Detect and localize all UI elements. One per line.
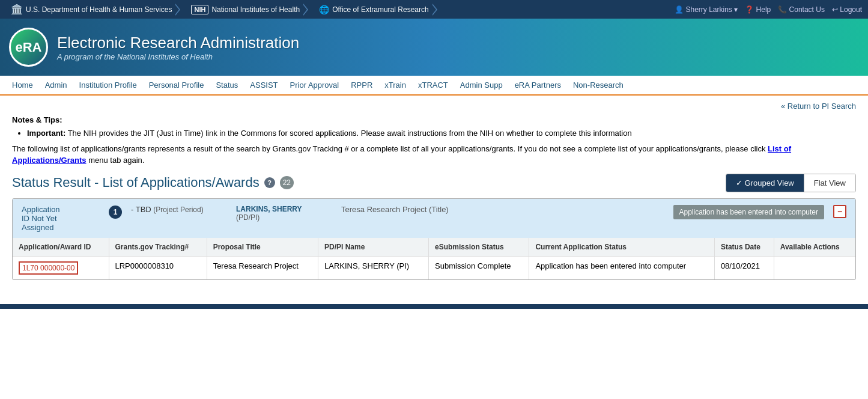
- section-title-text: Status Result - List of Applications/Awa…: [12, 175, 259, 190]
- era-logo: eRA: [9, 28, 48, 67]
- nav-admin-supp[interactable]: Admin Supp: [454, 76, 509, 94]
- view-toggle: ✓ Grouped View Flat View: [726, 174, 856, 192]
- note-important-text: The NIH provides the JIT (Just in Time) …: [68, 129, 632, 138]
- cell-tracking: LRP0000008310: [109, 256, 207, 279]
- table-body: 1L70 000000-00 LRP0000008310 Teresa Rese…: [13, 256, 855, 279]
- app-group-header: ApplicationID Not YetAssigned 1 - TBD (P…: [13, 199, 855, 238]
- nav-xtract[interactable]: xTRACT: [412, 76, 454, 94]
- app-id-link[interactable]: 1L70 000000-00: [19, 261, 78, 275]
- table-row: 1L70 000000-00 LRP0000008310 Teresa Rese…: [13, 256, 855, 279]
- header-text: Electronic Research Administration A pro…: [57, 34, 299, 61]
- col-app-id: Application/Award ID: [13, 238, 109, 257]
- nih-item: NIH National Institutes of Health: [179, 4, 307, 16]
- nih-label: National Institutes of Health: [211, 5, 300, 14]
- cell-status-date: 08/10/2021: [714, 256, 774, 279]
- nav-admin[interactable]: Admin: [39, 76, 73, 94]
- note-important-label: Important:: [27, 129, 65, 138]
- notes-section: Notes & Tips: Important: The NIH provide…: [12, 115, 856, 166]
- section-title-container: Status Result - List of Applications/Awa…: [12, 175, 294, 190]
- site-title: Electronic Research Administration: [57, 34, 299, 52]
- hhs-icon: 🏛️: [11, 4, 23, 15]
- help-icon[interactable]: ?: [264, 177, 275, 188]
- logout-icon: ↩: [832, 5, 838, 14]
- col-title: Proposal Title: [207, 238, 318, 257]
- cell-actions: [774, 256, 855, 279]
- nav-non-research[interactable]: Non-Research: [567, 76, 630, 94]
- cell-esubmission: Submission Complete: [429, 256, 529, 279]
- nih-logo: NIH: [191, 5, 208, 14]
- help-icon: ❓: [745, 5, 754, 14]
- nav-institution-profile[interactable]: Institution Profile: [73, 76, 143, 94]
- nav-personal-profile[interactable]: Personal Profile: [143, 76, 210, 94]
- oer-icon: 🌐: [319, 5, 329, 14]
- group-status-badge: Application has been entered into comput…: [673, 205, 825, 219]
- oer-label: Office of Extramural Research: [332, 5, 429, 14]
- notes-title: Notes & Tips:: [12, 115, 62, 124]
- cell-app-id: 1L70 000000-00: [13, 256, 109, 279]
- col-current-status: Current Application Status: [529, 238, 714, 257]
- cell-current-status: Application has been entered into comput…: [529, 256, 714, 279]
- gov-bar: 🏛️ U.S. Department of Health & Human Ser…: [0, 0, 868, 19]
- nav-rppr[interactable]: RPPR: [345, 76, 378, 94]
- collapse-button[interactable]: −: [833, 205, 846, 218]
- grouped-view-button[interactable]: ✓ Grouped View: [726, 174, 804, 192]
- nav-era-partners[interactable]: eRA Partners: [509, 76, 567, 94]
- app-id-not-assigned: ApplicationID Not YetAssigned: [22, 205, 100, 232]
- table-header: Application/Award ID Grants.gov Tracking…: [13, 238, 855, 257]
- col-pi: PD/PI Name: [318, 238, 429, 257]
- bottom-bar: [0, 304, 868, 309]
- phone-icon: 📞: [778, 5, 787, 14]
- group-number-badge: 1: [109, 206, 122, 219]
- contact-link[interactable]: 📞 Contact Us: [778, 5, 825, 14]
- group-pi: LARKINS, SHERRY (PD/PI): [236, 205, 332, 222]
- user-menu[interactable]: 👤 Sherry Larkins ▾: [675, 5, 738, 14]
- applications-table: Application/Award ID Grants.gov Tracking…: [13, 238, 855, 279]
- oer-item: 🌐 Office of Extramural Research: [307, 4, 436, 16]
- site-subtitle: A program of the National Institutes of …: [57, 52, 299, 61]
- nav-assist[interactable]: ASSIST: [244, 76, 284, 94]
- cell-title: Teresa Research Project: [207, 256, 318, 279]
- col-actions: Available Actions: [774, 238, 855, 257]
- group-period: - TBD (Project Period): [131, 205, 227, 214]
- hhs-label: U.S. Department of Health & Human Servic…: [26, 5, 172, 14]
- nav-xtrain[interactable]: xTrain: [378, 76, 412, 94]
- logout-link[interactable]: ↩ Logout: [832, 5, 862, 14]
- note-item: Important: The NIH provides the JIT (Jus…: [27, 127, 856, 139]
- site-header: eRA Electronic Research Administration A…: [0, 19, 868, 76]
- user-icon: 👤: [675, 5, 684, 14]
- return-link-container: « Return to PI Search: [12, 102, 856, 111]
- nav-status[interactable]: Status: [210, 76, 244, 94]
- user-actions: 👤 Sherry Larkins ▾ ❓ Help 📞 Contact Us ↩…: [675, 5, 862, 14]
- main-nav: Home Admin Institution Profile Personal …: [0, 76, 868, 96]
- app-table-container: ApplicationID Not YetAssigned 1 - TBD (P…: [12, 198, 856, 280]
- group-title: Teresa Research Project (Title): [341, 205, 664, 214]
- return-to-pi-search-link[interactable]: « Return to PI Search: [781, 102, 856, 111]
- notes-list: Important: The NIH provides the JIT (Jus…: [27, 127, 856, 139]
- nav-home[interactable]: Home: [6, 76, 39, 94]
- col-tracking: Grants.gov Tracking#: [109, 238, 207, 257]
- table-header-row: Application/Award ID Grants.gov Tracking…: [13, 238, 855, 257]
- cell-pi: LARKINS, SHERRY (PI): [318, 256, 429, 279]
- help-link[interactable]: ❓ Help: [745, 5, 771, 14]
- col-status-date: Status Date: [714, 238, 774, 257]
- nav-prior-approval[interactable]: Prior Approval: [284, 76, 345, 94]
- note-body-text: The following list of applications/grant…: [12, 143, 856, 166]
- hhs-item: 🏛️ U.S. Department of Health & Human Ser…: [6, 2, 179, 16]
- count-badge: 22: [280, 176, 294, 189]
- col-esubmission: eSubmission Status: [429, 238, 529, 257]
- flat-view-button[interactable]: Flat View: [804, 174, 855, 192]
- section-header: Status Result - List of Applications/Awa…: [12, 174, 856, 192]
- checkmark-icon: ✓: [736, 178, 742, 187]
- main-content: « Return to PI Search Notes & Tips: Impo…: [0, 96, 868, 292]
